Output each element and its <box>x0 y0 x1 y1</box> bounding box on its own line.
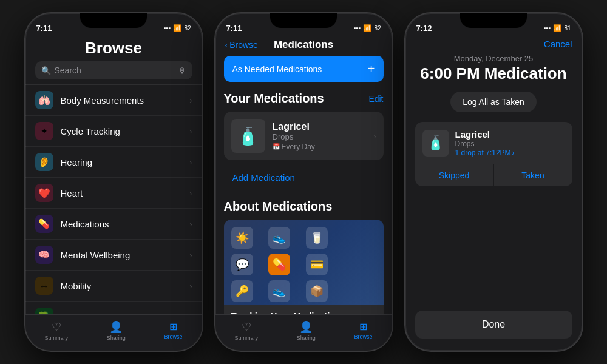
as-needed-bar[interactable]: As Needed Medications + <box>224 56 384 82</box>
hearing-icon: 👂 <box>35 153 53 171</box>
sharing-icon-1: 👤 <box>109 320 123 334</box>
menu-label-heart: Heart <box>61 188 183 198</box>
med-page-title: Medications <box>274 39 333 51</box>
wifi-icon-2: 📶 <box>363 24 371 32</box>
phone-browse: 7:11 ▪▪▪ 📶 82 Browse 🔍 Search 🎙 🫁 Body M… <box>24 12 203 352</box>
menu-label-body-measurements: Body Measurements <box>61 95 183 106</box>
tab-browse-2[interactable]: ⊞ Browse <box>354 321 373 340</box>
summary-icon-2: ♡ <box>242 320 251 334</box>
battery-icon: 82 <box>184 25 191 32</box>
search-bar[interactable]: 🔍 Search 🎙 <box>35 61 192 79</box>
medications-icon: 💊 <box>35 215 53 233</box>
about-icon-blank3 <box>344 280 365 302</box>
mic-icon: 🎙 <box>178 66 186 75</box>
tab-sharing-2[interactable]: 👤 Sharing <box>297 320 316 341</box>
notch-2 <box>270 13 337 28</box>
about-icons-grid: ☀️ 👟 🥛 💬 💊 💳 🔑 👟 📦 <box>231 227 376 302</box>
signal-icon: ▪▪▪ <box>164 24 171 32</box>
menu-item-mobility[interactable]: ↔ Mobility › <box>25 271 202 302</box>
log-date: Monday, December 25 <box>415 54 572 63</box>
menu-item-cycle-tracking[interactable]: ✦ Cycle Tracking › <box>25 116 202 147</box>
nutrition-icon: 🥦 <box>35 308 53 314</box>
mental-wellbeing-icon: 🧠 <box>35 246 53 264</box>
log-content: Monday, December 25 6:00 PM Medication L… <box>405 54 582 311</box>
log-med-row: 🧴 Lagricel Drops 1 drop at 7:12PM › <box>415 122 572 164</box>
log-med-dose: 1 drop at 7:12PM › <box>455 149 565 157</box>
about-icon-box: 📦 <box>306 280 328 302</box>
tab-summary-label-2: Summary <box>234 335 258 341</box>
back-chevron-icon: ‹ <box>225 40 228 50</box>
med-card-lagricel[interactable]: 🧴 Lagricel Drops 📅 Every Day › <box>224 112 384 160</box>
menu-item-mental-wellbeing[interactable]: 🧠 Mental Wellbeing › <box>25 240 202 271</box>
search-placeholder: Search <box>55 66 175 75</box>
about-section: About Medications ☀️ 👟 🥛 💬 💊 💳 <box>224 200 384 314</box>
tab-sharing-1[interactable]: 👤 Sharing <box>107 320 126 341</box>
menu-item-heart[interactable]: ❤️ Heart › <box>25 178 202 209</box>
browse-icon-2: ⊞ <box>359 321 367 332</box>
sharing-icon-2: 👤 <box>299 320 313 334</box>
wifi-icon-3: 📶 <box>553 24 561 32</box>
phone1-content: Browse 🔍 Search 🎙 🫁 Body Measurements › … <box>25 36 202 351</box>
about-icon-cup: 🥛 <box>306 227 328 249</box>
menu-item-medications[interactable]: 💊 Medications › <box>25 209 202 240</box>
tab-browse-label-1: Browse <box>164 334 183 340</box>
log-med-name: Lagricel <box>455 129 565 140</box>
notch-3 <box>460 13 527 28</box>
status-icons-1: ▪▪▪ 📶 82 <box>164 24 191 32</box>
log-med-image: 🧴 <box>422 130 449 157</box>
phone2-content: ‹ Browse Medications As Needed Medicatio… <box>215 36 392 351</box>
tab-browse-1[interactable]: ⊞ Browse <box>164 321 183 340</box>
tab-browse-label-2: Browse <box>354 334 373 340</box>
phone-medications: 7:11 ▪▪▪ 📶 82 ‹ Browse Medications As Ne… <box>214 12 393 352</box>
about-card-image: ☀️ 👟 🥛 💬 💊 💳 🔑 👟 📦 <box>224 220 384 305</box>
edit-button[interactable]: Edit <box>368 94 383 104</box>
about-icon-card: 💳 <box>306 254 328 275</box>
med-info: Lagricel Drops 📅 Every Day <box>273 121 367 151</box>
med-bottle-image: 🧴 <box>231 119 265 153</box>
about-icon-blank2 <box>344 254 365 275</box>
schedule-text: Every Day <box>282 143 315 151</box>
battery-icon-2: 82 <box>374 25 381 32</box>
chevron-cycle-tracking: › <box>189 127 192 136</box>
tab-sharing-label-1: Sharing <box>107 335 126 341</box>
about-icon-chat: 💬 <box>231 254 253 275</box>
cancel-button[interactable]: Cancel <box>544 39 572 49</box>
phone3-content: Cancel Monday, December 25 6:00 PM Medic… <box>405 36 582 351</box>
heart-icon: ❤️ <box>35 184 53 202</box>
log-med-info: Lagricel Drops 1 drop at 7:12PM › <box>455 129 565 157</box>
menu-label-cycle-tracking: Cycle Tracking <box>61 126 183 136</box>
tab-summary-2[interactable]: ♡ Summary <box>234 320 258 341</box>
log-all-button[interactable]: Log All as Taken <box>450 92 537 112</box>
notch <box>80 13 147 28</box>
menu-item-hearing[interactable]: 👂 Hearing › <box>25 147 202 178</box>
tab-bar-2: ♡ Summary 👤 Sharing ⊞ Browse <box>215 314 392 351</box>
about-card-text: Tracking Your Medications Why it's impor… <box>224 305 384 314</box>
tab-summary-label-1: Summary <box>44 335 68 341</box>
med-nav: ‹ Browse Medications <box>215 36 392 56</box>
nav-back-button[interactable]: ‹ Browse <box>225 40 258 50</box>
tab-bar-1: ♡ Summary 👤 Sharing ⊞ Browse <box>25 314 202 351</box>
mobility-icon: ↔ <box>35 277 53 295</box>
dose-chevron-icon: › <box>512 149 515 157</box>
menu-item-body-measurements[interactable]: 🫁 Body Measurements › <box>25 85 202 116</box>
skipped-button[interactable]: Skipped <box>415 164 493 186</box>
about-icon-shoe: 👟 <box>268 227 290 249</box>
status-icons-3: ▪▪▪ 📶 81 <box>544 24 571 32</box>
chevron-medications: › <box>189 220 192 229</box>
about-icon-pill: 💊 <box>268 254 290 275</box>
done-button[interactable]: Done <box>415 311 572 339</box>
as-needed-plus-icon: + <box>368 62 375 76</box>
about-card[interactable]: ☀️ 👟 🥛 💬 💊 💳 🔑 👟 📦 <box>224 220 384 314</box>
menu-item-nutrition[interactable]: 🥦 Nutrition › <box>25 302 202 314</box>
status-time-1: 7:11 <box>36 24 52 33</box>
log-med-card: 🧴 Lagricel Drops 1 drop at 7:12PM › Skip… <box>415 122 572 186</box>
log-med-type: Drops <box>455 140 565 148</box>
as-needed-label: As Needed Medications <box>232 64 322 74</box>
status-time-3: 7:12 <box>416 24 432 33</box>
tab-summary-1[interactable]: ♡ Summary <box>44 320 68 341</box>
add-medication-button[interactable]: Add Medication <box>224 165 384 190</box>
menu-label-hearing: Hearing <box>61 157 183 167</box>
about-icon-key: 🔑 <box>231 280 253 302</box>
taken-button[interactable]: Taken <box>494 164 572 186</box>
browse-title: Browse <box>35 39 192 61</box>
